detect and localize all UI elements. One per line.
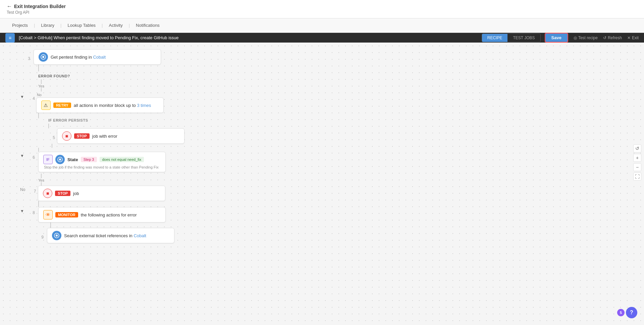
help-badge: 5 ?	[617, 307, 637, 318]
step-6-branches: Yes	[38, 174, 624, 186]
step-7-content: ■ STOP job	[38, 186, 165, 201]
nav-item-activity[interactable]: Activity	[104, 19, 128, 32]
retry-warn-icon: ⚠	[41, 101, 51, 110]
cobalt-link-9[interactable]: Cobalt	[133, 233, 146, 238]
help-button[interactable]: ?	[626, 307, 637, 318]
yes-label: Yes	[38, 84, 44, 88]
error-found-branches: Yes	[38, 79, 624, 91]
if-icon-6: IF	[43, 155, 53, 164]
persist-connector-2	[52, 144, 52, 148]
recipe-tabs: RECIPE TEST JOBS	[482, 34, 541, 42]
step-4-number: 4	[25, 93, 35, 101]
retry-badge: RETRY	[53, 103, 71, 108]
step-4-row: ▼ 4 No ⚠ RETRY all actions in monitor bl…	[20, 93, 624, 113]
step-4-collapse[interactable]: ▼	[20, 94, 24, 99]
step-6-num-area: ▼ 6	[20, 152, 35, 160]
step-4-node[interactable]: ⚠ RETRY all actions in monitor block up …	[36, 97, 164, 113]
stop-icon-7: ■	[43, 189, 52, 198]
step-3-content: Get pentest finding in Cobalt	[34, 49, 161, 65]
step-6-node[interactable]: IF State Step 3 does not equal need_fix …	[38, 152, 166, 172]
step-9-text: Search external ticket references in Cob…	[64, 233, 146, 238]
test-recipe-label: Test recipe	[578, 36, 598, 40]
nav-item-library[interactable]: Library	[36, 19, 60, 32]
connector-8-9	[50, 222, 51, 228]
cobalt-icon-6	[55, 155, 65, 164]
zoom-out-button[interactable]: −	[633, 163, 641, 171]
step-9-row: 9 Search external ticket references in C…	[34, 228, 624, 243]
step-4-content: No ⚠ RETRY all actions in monitor block …	[36, 93, 164, 113]
tab-test-jobs[interactable]: TEST JOBS	[507, 34, 540, 42]
step-8-text: the following actions for error	[81, 212, 137, 217]
step-6-row: ▼ 6 IF State Step 3 does not equal need_…	[20, 152, 624, 172]
cobalt-icon-3	[39, 52, 48, 62]
monitor-icon-8: 👁	[43, 210, 53, 219]
back-arrow-icon: ←	[7, 3, 12, 9]
reset-view-button[interactable]: ↺	[633, 144, 641, 152]
step-6-step-ref: Step 3	[81, 157, 97, 162]
step-6-subtitle: Stop the job if the finding was moved to…	[43, 165, 161, 169]
step-8-content: 👁 MONITOR the following actions for erro…	[38, 207, 166, 222]
times-link[interactable]: 3 times	[137, 103, 151, 108]
org-name: Test Org API	[7, 10, 29, 15]
nav-item-projects[interactable]: Projects	[7, 19, 33, 32]
refresh-button[interactable]: ↺ Refresh	[603, 36, 622, 40]
if-error-persists-label: IF ERROR PERSISTS	[48, 118, 88, 122]
yes-connector	[41, 79, 42, 84]
step-4-num-area: ▼ 4	[20, 93, 35, 101]
step-9-number: 9	[34, 232, 44, 240]
step-6-if-row: IF State Step 3 does not equal need_fix	[43, 155, 161, 164]
yes-connector-2	[41, 88, 42, 91]
step-5-content: ■ STOP job with error	[57, 128, 184, 144]
step-3-node[interactable]: Get pentest finding in Cobalt	[34, 49, 161, 65]
step-5-row: 5 ■ STOP job with error	[48, 128, 184, 144]
test-recipe-button[interactable]: ◎ Test recipe	[574, 36, 598, 40]
step-6-collapse[interactable]: ▼	[20, 153, 24, 158]
persist-connector	[48, 124, 49, 128]
tab-recipe[interactable]: RECIPE	[482, 34, 508, 42]
step-9-node[interactable]: Search external ticket references in Cob…	[47, 228, 174, 243]
connector-4-persist	[38, 113, 39, 118]
step-4-no-label: No	[37, 93, 42, 97]
step-6-yes-connector	[41, 174, 42, 178]
nav-sep-4: |	[128, 18, 130, 32]
svg-point-3	[59, 158, 61, 160]
persist-section: IF ERROR PERSISTS 5 ■ STOP job with erro…	[38, 118, 624, 148]
app-layout: ← Exit Integration Builder Test Org API …	[0, 0, 644, 325]
step-5-number: 5	[48, 132, 55, 140]
step-5-node[interactable]: ■ STOP job with error	[57, 128, 184, 144]
step-8-collapse[interactable]: ▼	[20, 209, 24, 213]
step-9-content: Search external ticket references in Cob…	[47, 228, 174, 243]
step-4-text: all actions in monitor block up to 3 tim…	[74, 103, 151, 108]
nav-sep-3: |	[101, 18, 103, 32]
recipe-bar: ≡ [Cobalt > GitHub] When pentest finding…	[0, 33, 644, 43]
step-6-field: State	[67, 157, 78, 162]
recipe-icon-glyph: ≡	[9, 35, 11, 41]
step-8-node[interactable]: 👁 MONITOR the following actions for erro…	[38, 207, 166, 222]
fullscreen-button[interactable]: ⛶	[633, 173, 641, 181]
canvas-content: 3 Get pentest finding in Cobalt ERROR FO…	[0, 43, 644, 257]
step-6-yes-label: Yes	[38, 178, 44, 182]
canvas-controls: ↺ + − ⛶	[633, 144, 641, 181]
exit-integration-builder-button[interactable]: ← Exit Integration Builder	[7, 3, 66, 9]
svg-point-5	[56, 235, 58, 237]
nav-sep-1: |	[33, 18, 36, 32]
cobalt-link-3[interactable]: Cobalt	[93, 55, 106, 60]
notification-count: 5	[617, 309, 625, 316]
step-4-branch-labels: No	[36, 93, 164, 97]
zoom-in-button[interactable]: +	[633, 154, 641, 162]
exit-button[interactable]: ✕ Exit	[627, 36, 639, 40]
step-7-node[interactable]: ■ STOP job	[38, 186, 165, 201]
save-button[interactable]: Save	[545, 33, 568, 43]
cobalt-icon-9	[52, 231, 61, 240]
refresh-label: Refresh	[608, 36, 622, 40]
step-8-number: 8	[25, 207, 35, 215]
step-7-no-label: No	[20, 187, 25, 192]
exit-label: Exit	[632, 36, 639, 40]
step-8-row: ▼ 8 👁 MONITOR the following actions for …	[20, 207, 624, 222]
top-header: ← Exit Integration Builder Test Org API	[0, 0, 644, 18]
step-7-text: job	[73, 191, 79, 196]
nav-item-notifications[interactable]: Notifications	[130, 19, 165, 32]
nav-item-lookup-tables[interactable]: Lookup Tables	[62, 19, 101, 32]
connector-7-8	[38, 201, 39, 207]
step-3-row: 3 Get pentest finding in Cobalt	[20, 49, 624, 65]
